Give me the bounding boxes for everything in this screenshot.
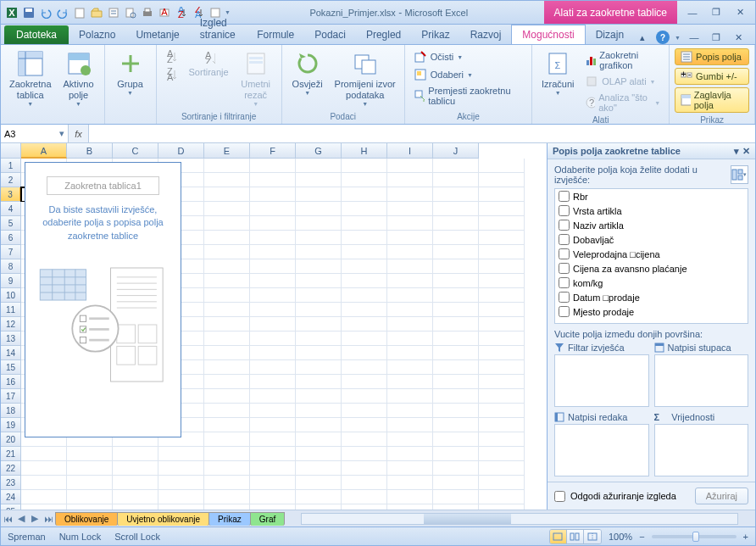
zoom-slider[interactable] [652, 535, 737, 538]
cell[interactable] [479, 173, 525, 187]
cell[interactable] [342, 476, 387, 490]
row-header[interactable]: 23 [1, 476, 21, 490]
col-header[interactable]: G [296, 143, 342, 159]
cell[interactable] [250, 346, 296, 360]
col-header[interactable]: H [342, 143, 387, 159]
cell[interactable] [204, 360, 250, 375]
cell[interactable] [250, 418, 296, 432]
field-item[interactable]: Mjesto prodaje [555, 304, 748, 319]
cell[interactable] [433, 216, 479, 231]
field-headers-toggle[interactable]: Zaglavlja polja [675, 87, 749, 113]
sheet-nav-next[interactable]: ▶ [28, 512, 42, 526]
row-header[interactable]: 13 [1, 332, 21, 346]
sort-button[interactable]: AZ Sortiranje [186, 48, 232, 79]
change-source-button[interactable]: Promijeni izvor podataka▼ [331, 48, 399, 109]
active-field-button[interactable]: Aktivno polje▼ [58, 48, 99, 109]
row-header[interactable]: 17 [1, 389, 21, 404]
cell[interactable] [204, 231, 250, 245]
cell[interactable] [479, 461, 525, 476]
cell[interactable] [296, 346, 342, 360]
cell[interactable] [204, 187, 250, 202]
sheet-nav-last[interactable]: ⏭ [42, 512, 55, 526]
cell[interactable] [342, 418, 387, 432]
cell[interactable] [296, 259, 342, 274]
cell[interactable] [479, 432, 525, 447]
cell[interactable] [204, 375, 250, 389]
cell[interactable] [342, 231, 387, 245]
cell[interactable] [296, 360, 342, 375]
sheet-nav-first[interactable]: ⏮ [1, 512, 14, 526]
cell[interactable] [250, 332, 296, 346]
cell[interactable] [479, 202, 525, 216]
cell[interactable] [158, 476, 204, 490]
cell[interactable] [250, 231, 296, 245]
tab-mogucnosti[interactable]: Mogućnosti [511, 25, 585, 44]
cell[interactable] [387, 159, 433, 173]
cell[interactable] [204, 447, 250, 461]
row-header[interactable]: 22 [1, 461, 21, 476]
cell[interactable] [479, 274, 525, 288]
cell[interactable] [67, 476, 113, 490]
cell[interactable] [204, 173, 250, 187]
cell[interactable] [387, 360, 433, 375]
row-header[interactable]: 9 [1, 274, 21, 288]
cell[interactable] [479, 447, 525, 461]
cell[interactable] [204, 404, 250, 418]
cell[interactable] [250, 432, 296, 447]
cell[interactable] [479, 504, 525, 510]
new-icon[interactable] [72, 5, 87, 20]
cell[interactable] [479, 216, 525, 231]
cell[interactable] [342, 504, 387, 510]
worksheet-grid[interactable]: A B C D E F G H I J 12345678910111213141… [1, 143, 547, 510]
field-checkbox[interactable] [559, 248, 570, 259]
cell[interactable] [342, 375, 387, 389]
file-tab[interactable]: Datoteka [4, 25, 69, 44]
cell[interactable] [342, 259, 387, 274]
zoom-out-button[interactable]: − [639, 532, 644, 542]
row-header[interactable]: 20 [1, 432, 21, 447]
cell[interactable] [433, 447, 479, 461]
cell[interactable] [250, 303, 296, 317]
cell[interactable] [387, 447, 433, 461]
cell[interactable] [204, 432, 250, 447]
col-header[interactable]: B [67, 143, 113, 159]
cell[interactable] [433, 461, 479, 476]
cell[interactable] [342, 404, 387, 418]
cell[interactable] [479, 332, 525, 346]
ribbon-minimize-icon[interactable]: ▴ [634, 31, 651, 44]
cell[interactable] [479, 303, 525, 317]
field-item[interactable]: Rbr [555, 189, 748, 203]
cell[interactable] [296, 490, 342, 504]
cell[interactable] [21, 490, 67, 504]
cell[interactable] [479, 245, 525, 259]
cell[interactable] [387, 303, 433, 317]
cell[interactable] [433, 375, 479, 389]
cell[interactable] [387, 259, 433, 274]
cell[interactable] [296, 274, 342, 288]
field-checkbox[interactable] [559, 205, 570, 216]
clear-button[interactable]: Očisti ▼ [410, 48, 526, 65]
cell[interactable] [387, 346, 433, 360]
cell[interactable] [342, 288, 387, 303]
layout-options-button[interactable]: ▾ [731, 165, 748, 184]
cell[interactable] [250, 259, 296, 274]
row-header[interactable]: 7 [1, 245, 21, 259]
tab-izgled[interactable]: Izgled stranice [190, 14, 247, 44]
cell[interactable] [387, 375, 433, 389]
cell[interactable] [250, 360, 296, 375]
cell[interactable] [433, 490, 479, 504]
cell[interactable] [296, 173, 342, 187]
workbook-close-icon[interactable]: ✕ [730, 31, 747, 44]
help-icon[interactable]: ? [656, 31, 670, 44]
row-header[interactable]: 5 [1, 216, 21, 231]
row-header[interactable]: 21 [1, 447, 21, 461]
cell[interactable] [342, 346, 387, 360]
redo-icon[interactable] [55, 5, 70, 20]
cell[interactable] [342, 447, 387, 461]
cell[interactable] [342, 332, 387, 346]
cell[interactable] [433, 346, 479, 360]
cell[interactable] [67, 461, 113, 476]
cell[interactable] [250, 447, 296, 461]
zoom-in-button[interactable]: + [743, 532, 748, 542]
tab-polazno[interactable]: Polazno [69, 25, 125, 44]
